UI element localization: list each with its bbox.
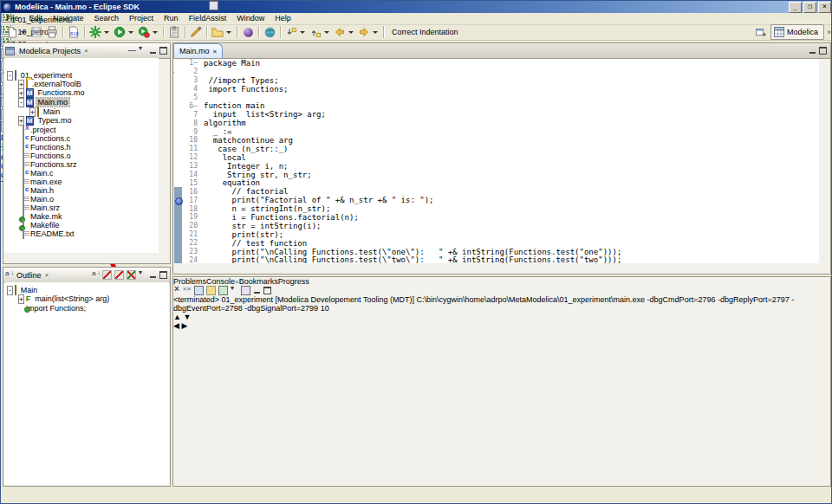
status-tray-icon[interactable] [209, 1, 218, 10]
debug-dropdown-arrow-icon[interactable] [104, 31, 109, 34]
console-vscrollbar[interactable]: ▲ ▼ [173, 313, 830, 321]
outline-item-main_list_String_arg_[interactable]: +main(list<String> arg) [4, 294, 169, 304]
menu-file[interactable]: File [1, 13, 24, 24]
project-item-Main[interactable]: +Main [4, 107, 159, 116]
projects-close-icon[interactable]: × [84, 47, 88, 55]
scroll-lock-icon[interactable] [206, 286, 216, 295]
menu-window[interactable]: Window [231, 13, 270, 24]
maximize-view-icon[interactable] [263, 287, 271, 294]
menu-project[interactable]: Project [124, 13, 159, 24]
toolbar-overflow-icon[interactable]: » [827, 28, 829, 36]
forward-button[interactable] [356, 25, 380, 40]
correct-indentation-button[interactable]: Correct Indentation [387, 25, 464, 40]
console-tab-bookmarks[interactable]: Bookmarks [239, 277, 278, 286]
minimize-view-icon[interactable] [253, 287, 261, 294]
back-dropdown-arrow-icon[interactable] [348, 31, 354, 34]
code-editor[interactable]: 1−package Main23 //import Types;4 import… [174, 59, 819, 263]
binary-file-button[interactable]: 010 [66, 25, 81, 40]
new-wizard-button[interactable] [4, 25, 29, 40]
menu-fieldassist[interactable]: FieldAssist [184, 13, 232, 24]
editor-tab-main-mo[interactable]: Main.mo × [173, 43, 223, 58]
restore-window-icon[interactable]: ❐ [803, 2, 816, 13]
breakpoint-icon[interactable] [175, 197, 183, 205]
hide-static-icon[interactable] [114, 270, 124, 280]
previous-annotation-dropdown-arrow-icon[interactable] [324, 31, 329, 34]
run-dropdown-arrow-icon[interactable] [128, 31, 133, 34]
display-selected-console-icon[interactable] [218, 286, 228, 295]
pin-console-icon[interactable] [194, 286, 204, 295]
console-hscrollbar[interactable]: ◀ ▶ [173, 321, 830, 332]
project-item-.externalToolB[interactable]: +.externalToolB [4, 80, 159, 88]
remove-all-launches-icon[interactable] [184, 287, 192, 294]
project-item-Main.c[interactable]: Main.c [4, 169, 159, 178]
maximize-editor-icon[interactable] [819, 47, 827, 55]
project-item-Functions.mo[interactable]: +Functions.mo [4, 88, 159, 98]
next-annotation-button[interactable] [283, 25, 308, 40]
minimize-window-icon[interactable]: _ [789, 2, 802, 13]
minimize-view-icon[interactable] [149, 271, 157, 279]
menu-run[interactable]: Run [159, 13, 184, 24]
previous-annotation-button[interactable] [308, 25, 332, 40]
save-button[interactable] [29, 25, 44, 40]
expand-icon[interactable]: + [18, 88, 24, 98]
open-folder-button[interactable] [210, 25, 234, 40]
maximize-view-icon[interactable] [159, 271, 167, 279]
outline-item-import_Functions_[interactable]: import Functions; [4, 304, 169, 313]
console-tab-console[interactable]: Console× [206, 277, 239, 286]
run-external-tools-dropdown-arrow-icon[interactable] [153, 31, 158, 34]
debug-button[interactable] [88, 25, 112, 40]
project-item-Main.srz[interactable]: Main.srz [4, 204, 159, 212]
console-dropdown-icon[interactable] [231, 287, 238, 294]
collapse-icon[interactable]: - [18, 98, 24, 107]
menu-search[interactable]: Search [89, 13, 125, 24]
perspective-modelica-button[interactable]: Modelica [770, 24, 824, 40]
clipboard-button[interactable] [166, 25, 182, 40]
new-wizard-dropdown-arrow-icon[interactable] [21, 31, 26, 34]
menu-help[interactable]: Help [270, 13, 296, 24]
format-button[interactable] [188, 25, 204, 40]
outline-item-Main[interactable]: -Main [4, 286, 169, 294]
run-button[interactable] [112, 25, 136, 40]
project-item-Functions.h[interactable]: Functions.h [4, 143, 159, 152]
collapse-icon[interactable]: - [7, 71, 13, 81]
project-item-Main.o[interactable]: Main.o [4, 195, 159, 204]
browser-icon [263, 25, 276, 39]
print-button[interactable] [44, 25, 60, 40]
open-perspective-icon[interactable] [754, 25, 768, 39]
project-item-Makefile[interactable]: Makefile [4, 221, 159, 229]
fold-collapse-icon[interactable]: − [193, 59, 198, 67]
browser-button[interactable] [262, 25, 277, 40]
project-item-Make.mk[interactable]: Make.mk [4, 212, 159, 221]
hide-nonpublic-icon[interactable] [127, 270, 136, 280]
run-external-tools-button[interactable] [136, 25, 160, 40]
hide-fields-icon[interactable] [102, 270, 112, 280]
forward-icon [357, 25, 371, 39]
project-item-Main.mo[interactable]: -Main.mo [4, 98, 159, 107]
open-console-icon[interactable] [241, 286, 250, 295]
minimize-editor-icon[interactable] [809, 47, 816, 55]
forward-dropdown-arrow-icon[interactable] [373, 31, 378, 34]
project-item-Main.h[interactable]: Main.h [4, 186, 159, 195]
view-menu-icon[interactable] [139, 47, 146, 55]
project-item-Functions.o[interactable]: Functions.o [4, 152, 159, 160]
next-annotation-dropdown-arrow-icon[interactable] [300, 31, 305, 34]
sort-icon[interactable] [92, 271, 100, 279]
console-tab-progress[interactable]: Progress [278, 277, 309, 286]
menu-edit[interactable]: Edit [24, 13, 49, 24]
menu-navigate[interactable]: Navigate [48, 13, 89, 24]
back-button[interactable] [332, 25, 356, 40]
close-tab-icon[interactable]: × [213, 48, 218, 55]
project-item-README.txt[interactable]: README.txt [4, 229, 159, 238]
close-console-icon[interactable] [173, 287, 181, 294]
purple-ball-button[interactable] [240, 25, 256, 40]
open-folder-dropdown-arrow-icon[interactable] [226, 31, 231, 34]
maximize-view-icon[interactable] [159, 47, 167, 55]
fold-collapse-icon[interactable]: − [193, 102, 198, 110]
outline-close-icon[interactable]: × [45, 271, 49, 279]
expand-icon[interactable]: + [18, 294, 24, 304]
view-menu-icon[interactable] [139, 271, 146, 279]
collapse-icon[interactable]: - [7, 286, 13, 295]
link-with-editor-icon[interactable] [128, 47, 136, 55]
close-window-icon[interactable]: × [818, 2, 831, 13]
minimize-view-icon[interactable] [149, 47, 157, 55]
